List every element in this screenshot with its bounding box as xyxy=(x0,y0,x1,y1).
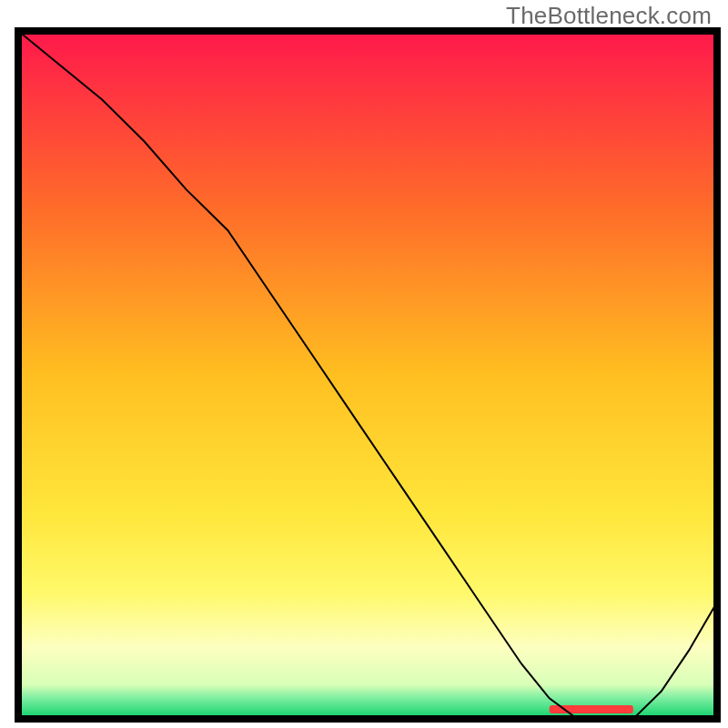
gradient-plot-background xyxy=(22,35,713,715)
chart-frame: TheBottleneck.com xyxy=(0,0,728,728)
bottleneck-chart xyxy=(0,0,728,728)
watermark-label: TheBottleneck.com xyxy=(506,2,712,30)
